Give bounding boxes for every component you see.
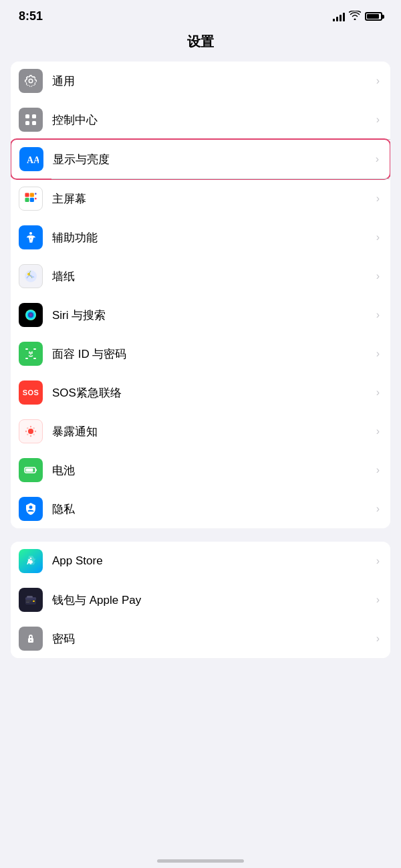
signal-icon (333, 12, 345, 21)
chevron-icon: › (376, 633, 380, 645)
chevron-icon: › (376, 270, 380, 282)
svg-rect-40 (26, 601, 31, 601)
svg-rect-2 (25, 121, 29, 125)
svg-rect-0 (25, 114, 29, 118)
chevron-icon: › (376, 425, 380, 437)
svg-rect-33 (35, 469, 37, 471)
svg-rect-6 (25, 193, 29, 197)
settings-section-1: 通用 › 控制中心 › AA 显示与亮度 › (11, 62, 390, 528)
settings-item-wallpaper[interactable]: 墙纸 › (11, 257, 390, 296)
settings-item-siri[interactable]: Siri 与搜索 › (11, 296, 390, 334)
chevron-icon: › (376, 231, 380, 243)
privacy-icon (19, 497, 43, 521)
homescreen-icon (19, 187, 43, 211)
svg-rect-37 (27, 596, 33, 598)
faceid-icon (19, 342, 43, 366)
display-icon: AA (19, 147, 43, 171)
siri-icon (19, 303, 43, 327)
siri-label: Siri 与搜索 (52, 308, 374, 323)
control-center-icon (19, 108, 43, 132)
svg-rect-39 (26, 602, 29, 603)
page-title: 设置 (0, 29, 401, 62)
battery-status-icon (365, 12, 382, 21)
exposure-label: 暴露通知 (52, 424, 374, 439)
svg-point-42 (30, 640, 31, 641)
chevron-icon: › (376, 594, 380, 606)
gear-icon (19, 69, 43, 93)
svg-rect-8 (25, 198, 29, 202)
svg-point-23 (30, 426, 31, 427)
svg-point-30 (33, 427, 35, 429)
svg-rect-32 (26, 469, 33, 472)
faceid-label: 面容 ID 与密码 (52, 346, 374, 362)
wallpaper-icon (19, 264, 43, 288)
sos-label: SOS紧急联络 (52, 385, 374, 401)
display-label: 显示与亮度 (53, 152, 373, 167)
chevron-icon: › (376, 503, 380, 515)
settings-item-password[interactable]: 密码 › (11, 619, 390, 658)
home-indicator (157, 859, 244, 863)
chevron-icon: › (376, 555, 380, 567)
settings-item-privacy[interactable]: 隐私 › (11, 490, 390, 528)
svg-point-28 (33, 434, 35, 435)
settings-item-general[interactable]: 通用 › (11, 62, 390, 100)
chevron-icon: › (376, 114, 380, 126)
appstore-icon: A (19, 549, 43, 573)
wallpaper-label: 墙纸 (52, 269, 374, 284)
chevron-icon: › (376, 309, 380, 321)
exposure-icon (19, 419, 43, 443)
status-time: 8:51 (19, 9, 43, 23)
battery-label: 电池 (52, 463, 374, 478)
accessibility-icon (19, 225, 43, 249)
svg-rect-19 (25, 358, 28, 359)
accessibility-label: 辅助功能 (52, 230, 374, 245)
settings-item-sos[interactable]: SOS SOS紧急联络 › (11, 373, 390, 412)
settings-item-control-center[interactable]: 控制中心 › (11, 100, 390, 139)
settings-section-2: A App Store › 钱包与 Apple Pay › (11, 542, 390, 658)
appstore-label: App Store (52, 554, 374, 568)
chevron-icon: › (376, 464, 380, 476)
svg-rect-11 (35, 198, 36, 199)
svg-point-29 (27, 434, 28, 435)
settings-item-homescreen[interactable]: 主屏幕 › (11, 179, 390, 218)
chevron-icon: › (376, 348, 380, 360)
settings-item-accessibility[interactable]: 辅助功能 › (11, 218, 390, 257)
password-label: 密码 (52, 631, 374, 647)
privacy-label: 隐私 (52, 502, 374, 517)
chevron-icon: › (376, 387, 380, 399)
homescreen-label: 主屏幕 (52, 191, 374, 207)
settings-item-display[interactable]: AA 显示与亮度 › (11, 138, 390, 180)
settings-item-appstore[interactable]: A App Store › (11, 542, 390, 580)
settings-item-exposure[interactable]: 暴露通知 › (11, 412, 390, 451)
status-bar: 8:51 (0, 0, 401, 29)
svg-text:AA: AA (27, 155, 39, 165)
svg-point-16 (28, 312, 33, 318)
svg-rect-38 (33, 601, 35, 602)
svg-point-26 (35, 431, 36, 432)
svg-rect-10 (35, 193, 36, 194)
chevron-icon: › (376, 75, 380, 87)
chevron-icon: › (376, 193, 380, 205)
svg-point-24 (30, 435, 31, 437)
wallet-icon (19, 588, 43, 612)
wallet-label: 钱包与 Apple Pay (52, 592, 374, 608)
svg-rect-9 (30, 198, 34, 202)
svg-point-27 (27, 427, 28, 429)
svg-rect-20 (33, 358, 36, 359)
chevron-icon: › (376, 153, 379, 165)
svg-point-22 (28, 429, 33, 434)
general-label: 通用 (52, 74, 374, 89)
battery-icon (19, 458, 43, 482)
sos-icon: SOS (19, 381, 43, 405)
svg-rect-3 (32, 121, 36, 125)
control-center-label: 控制中心 (52, 112, 374, 128)
settings-item-battery[interactable]: 电池 › (11, 451, 390, 490)
svg-point-12 (29, 232, 32, 235)
status-icons (333, 11, 382, 22)
svg-rect-18 (33, 348, 36, 350)
svg-rect-1 (32, 114, 36, 118)
settings-item-faceid[interactable]: 面容 ID 与密码 › (11, 334, 390, 373)
svg-rect-7 (30, 193, 34, 197)
wifi-icon (349, 11, 361, 22)
settings-item-wallet[interactable]: 钱包与 Apple Pay › (11, 580, 390, 619)
